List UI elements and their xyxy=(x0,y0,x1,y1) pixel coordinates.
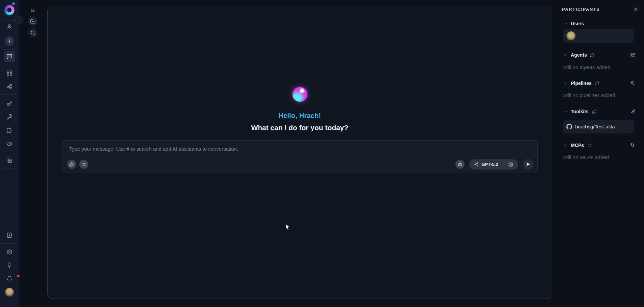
divider xyxy=(2,94,17,95)
add-mcp-button[interactable] xyxy=(630,143,635,148)
refresh-icon[interactable] xyxy=(590,53,594,57)
refresh-icon[interactable] xyxy=(592,110,596,114)
greeting-subtitle: What can I do for you today? xyxy=(251,124,348,132)
model-selector[interactable]: GPT-5.2 xyxy=(469,159,503,170)
user-row[interactable] xyxy=(563,29,634,43)
refresh-icon[interactable] xyxy=(595,81,599,86)
chevron-down-icon[interactable] xyxy=(563,143,568,148)
toolkit-name: hrachsg/Test-alita xyxy=(575,124,615,129)
double-chevron-right-icon xyxy=(633,6,639,12)
sliders-icon xyxy=(81,162,86,167)
sidebar-item-artifacts[interactable] xyxy=(6,157,12,163)
avatar xyxy=(5,288,14,297)
divider xyxy=(2,65,17,65)
model-settings-button[interactable] xyxy=(503,159,518,170)
sidebar-expand-handle[interactable] xyxy=(15,16,23,24)
add-toolkit-button[interactable] xyxy=(630,109,635,114)
sidebar-item-toolkits[interactable] xyxy=(6,114,12,120)
sidebar-item-tags[interactable] xyxy=(6,141,12,147)
search-button[interactable] xyxy=(28,28,37,37)
assistant-robot-button[interactable] xyxy=(455,160,465,169)
collapse-panel-button[interactable] xyxy=(30,8,36,14)
section-users-header[interactable]: Users xyxy=(560,19,639,28)
sidebar-item-agents[interactable] xyxy=(6,70,12,76)
sidebar-item-notifications[interactable] xyxy=(0,276,19,282)
gear-icon xyxy=(6,249,12,255)
chevron-down-icon[interactable] xyxy=(563,109,568,114)
composer-toolbar-right: GPT-5.2 xyxy=(455,159,533,170)
sidebar-item-pipelines[interactable] xyxy=(6,84,12,90)
composer-toolbar: GPT-5.2 xyxy=(67,159,533,170)
section-pipelines-header[interactable]: Pipelines xyxy=(560,79,639,88)
puzzle-icon xyxy=(6,127,12,133)
divider xyxy=(2,33,17,33)
app-root: { "chat": { "greeting": "Hello, Hrach!",… xyxy=(0,0,644,307)
assistant-orb-icon xyxy=(292,87,307,102)
welcome-block: Hello, Hrach! What can I do for you toda… xyxy=(48,87,552,132)
section-agents-label: Agents xyxy=(571,52,587,58)
chat-icon xyxy=(6,54,12,60)
section-toolkits-header[interactable]: Toolkits xyxy=(560,107,639,116)
refresh-icon[interactable] xyxy=(587,143,592,148)
status-dot xyxy=(12,2,15,5)
sidebar-user-avatar[interactable] xyxy=(5,288,14,297)
divider xyxy=(2,49,17,50)
app-logo[interactable] xyxy=(4,5,15,15)
sidebar-item-canvas[interactable] xyxy=(6,232,12,238)
grid-plus-icon xyxy=(630,53,635,58)
app-logo-icon xyxy=(4,5,15,15)
divider xyxy=(2,152,17,152)
notification-badge xyxy=(17,275,20,277)
new-folder-button[interactable] xyxy=(28,17,37,26)
add-agent-button[interactable] xyxy=(630,53,635,58)
sidebar-item-ideas[interactable] xyxy=(6,262,12,268)
sidebar-item-integrations[interactable] xyxy=(6,127,12,133)
sidebar-item-profile[interactable] xyxy=(6,24,13,30)
divider xyxy=(2,243,17,244)
section-users-label: Users xyxy=(571,21,584,26)
section-mcps-label: MCPs xyxy=(571,143,584,148)
section-toolkits-label: Toolkits xyxy=(571,109,589,114)
chat-panel: Hello, Hrach! What can I do for you toda… xyxy=(47,6,552,299)
chevron-down-icon[interactable] xyxy=(563,53,568,57)
robot-icon xyxy=(457,162,463,167)
user-avatar xyxy=(566,31,576,40)
user-icon xyxy=(6,24,13,30)
attach-file-button[interactable] xyxy=(67,160,76,169)
divider xyxy=(2,20,17,21)
sidebar-item-credentials[interactable] xyxy=(6,100,12,106)
collapse-participants-button[interactable] xyxy=(633,6,639,12)
grid-icon xyxy=(6,70,12,76)
message-composer: GPT-5.2 xyxy=(62,140,538,173)
mcps-empty-state: Still no MCPs added xyxy=(560,154,609,160)
model-name: GPT-5.2 xyxy=(481,162,498,167)
search-icon xyxy=(30,30,35,35)
message-input[interactable] xyxy=(64,143,535,155)
bell-icon xyxy=(6,276,12,282)
section-mcps-header[interactable]: MCPs xyxy=(560,141,639,150)
nodes-plus-icon xyxy=(630,81,635,86)
pipelines-empty-state: Still no pipelines added xyxy=(560,92,615,98)
model-pill: GPT-5.2 xyxy=(469,159,518,170)
greeting-text: Hello, Hrach! xyxy=(279,112,321,120)
key-icon xyxy=(6,100,12,106)
chevron-down-icon[interactable] xyxy=(563,81,568,86)
send-button[interactable] xyxy=(523,159,533,170)
sidebar-item-chats[interactable] xyxy=(4,51,15,62)
composer-settings-button[interactable] xyxy=(79,160,88,169)
github-icon xyxy=(566,124,572,129)
share-nodes-icon xyxy=(474,162,479,167)
double-chevron-right-icon xyxy=(30,8,36,14)
toolkit-row[interactable]: hrachsg/Test-alita xyxy=(563,120,634,133)
folder-plus-icon xyxy=(30,19,35,24)
participants-title: PARTICIPANTS xyxy=(562,7,600,12)
add-pipeline-button[interactable] xyxy=(630,81,635,86)
new-conversation-button[interactable] xyxy=(5,36,14,46)
chevron-down-icon[interactable] xyxy=(563,21,568,26)
section-agents-header[interactable]: Agents xyxy=(560,50,639,60)
tags-icon xyxy=(6,141,12,147)
notebook-sparkle-icon xyxy=(6,232,12,238)
documents-icon xyxy=(6,157,12,163)
sidebar-item-settings[interactable] xyxy=(6,249,12,255)
tag-plus-icon xyxy=(630,143,635,148)
